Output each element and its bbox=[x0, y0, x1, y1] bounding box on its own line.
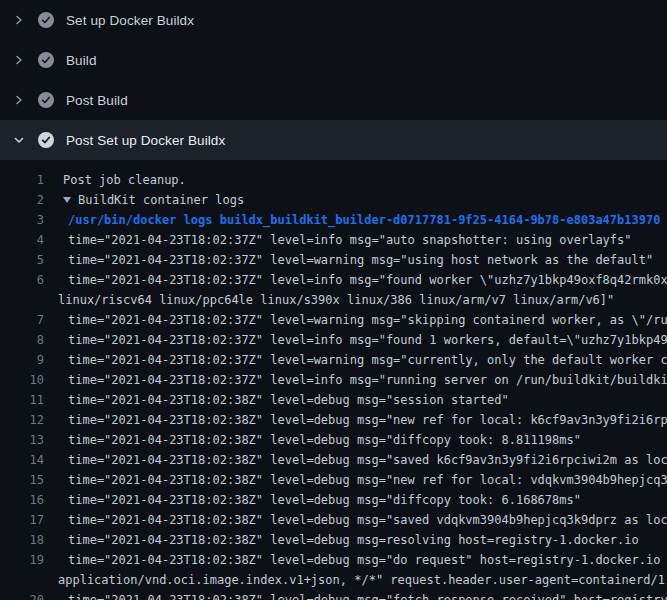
log-line-number[interactable]: 9 bbox=[0, 350, 44, 370]
log-line[interactable]: 12 time="2021-04-23T18:02:38Z" level=deb… bbox=[0, 410, 667, 430]
check-circle-icon bbox=[38, 12, 54, 28]
chevron-right-icon bbox=[11, 92, 27, 108]
chevron-down-icon bbox=[11, 132, 27, 148]
log-line-text: time="2021-04-23T18:02:38Z" level=debug … bbox=[68, 410, 667, 430]
log-line-number[interactable]: 10 bbox=[0, 370, 44, 390]
log-line-number[interactable]: 3 bbox=[0, 210, 44, 230]
log-line-number[interactable]: 13 bbox=[0, 430, 44, 450]
log-line-text: time="2021-04-23T18:02:37Z" level=info m… bbox=[68, 230, 632, 250]
log-line[interactable]: 11 time="2021-04-23T18:02:38Z" level=deb… bbox=[0, 390, 667, 410]
log-line-text: time="2021-04-23T18:02:37Z" level=info m… bbox=[68, 270, 667, 290]
log-line[interactable]: 1 Post job cleanup. bbox=[0, 170, 667, 190]
log-line[interactable]: linux/riscv64 linux/ppc64le linux/s390x … bbox=[0, 290, 667, 310]
log-line-text: linux/riscv64 linux/ppc64le linux/s390x … bbox=[58, 290, 614, 310]
log-line[interactable]: 4 time="2021-04-23T18:02:37Z" level=info… bbox=[0, 230, 667, 250]
log-line[interactable]: 16 time="2021-04-23T18:02:38Z" level=deb… bbox=[0, 490, 667, 510]
log-line-text: time="2021-04-23T18:02:37Z" level=info m… bbox=[68, 330, 667, 350]
log-line-text: time="2021-04-23T18:02:38Z" level=debug … bbox=[68, 590, 667, 600]
log-line[interactable]: 20 time="2021-04-23T18:02:38Z" level=deb… bbox=[0, 590, 667, 600]
step-title: Set up Docker Buildx bbox=[66, 13, 194, 28]
log-line-text: time="2021-04-23T18:02:37Z" level=warnin… bbox=[68, 310, 667, 330]
log-line-text: time="2021-04-23T18:02:37Z" level=warnin… bbox=[68, 250, 653, 270]
chevron-right-icon bbox=[11, 52, 27, 68]
chevron-right-icon bbox=[11, 12, 27, 28]
log-line-text: time="2021-04-23T18:02:37Z" level=info m… bbox=[68, 370, 667, 390]
step-header[interactable]: Post Build bbox=[0, 80, 667, 120]
log-line-text: application/vnd.oci.image.index.v1+json,… bbox=[58, 570, 667, 590]
log-line-number[interactable]: 12 bbox=[0, 410, 44, 430]
log-line-number[interactable]: 17 bbox=[0, 510, 44, 530]
step-list: Set up Docker Buildx Build Post Build bbox=[0, 0, 667, 120]
log-line-number[interactable] bbox=[0, 290, 44, 310]
check-circle-icon bbox=[38, 132, 54, 148]
log-line[interactable]: 8 time="2021-04-23T18:02:37Z" level=info… bbox=[0, 330, 667, 350]
log-line-text: time="2021-04-23T18:02:38Z" level=debug … bbox=[68, 490, 581, 510]
log-viewer: 1 Post job cleanup. 2 BuildKit container… bbox=[0, 160, 667, 600]
log-line-text: BuildKit container logs bbox=[63, 190, 244, 210]
log-line-text: Post job cleanup. bbox=[63, 170, 186, 190]
log-line-number[interactable]: 4 bbox=[0, 230, 44, 250]
log-line-text: time="2021-04-23T18:02:38Z" level=debug … bbox=[68, 530, 639, 550]
step-header[interactable]: Set up Docker Buildx bbox=[0, 0, 667, 40]
log-line-text: time="2021-04-23T18:02:38Z" level=debug … bbox=[68, 450, 667, 470]
log-line-number[interactable]: 19 bbox=[0, 550, 44, 570]
log-line-text: time="2021-04-23T18:02:38Z" level=debug … bbox=[68, 470, 667, 490]
log-line-number[interactable]: 15 bbox=[0, 470, 44, 490]
log-line-number[interactable]: 1 bbox=[0, 170, 44, 190]
log-line-text: time="2021-04-23T18:02:38Z" level=debug … bbox=[68, 390, 509, 410]
log-line[interactable]: 15 time="2021-04-23T18:02:38Z" level=deb… bbox=[0, 470, 667, 490]
log-line-number[interactable]: 5 bbox=[0, 250, 44, 270]
log-line-number[interactable]: 20 bbox=[0, 590, 44, 600]
log-line-number[interactable]: 16 bbox=[0, 490, 44, 510]
step-title: Build bbox=[66, 53, 97, 68]
log-line[interactable]: 6 time="2021-04-23T18:02:37Z" level=info… bbox=[0, 270, 667, 290]
log-line[interactable]: 19 time="2021-04-23T18:02:38Z" level=deb… bbox=[0, 550, 667, 570]
log-line-text: /usr/bin/docker logs buildx_buildkit_bui… bbox=[68, 210, 660, 230]
step-header[interactable]: Build bbox=[0, 40, 667, 80]
log-line[interactable]: 9 time="2021-04-23T18:02:37Z" level=warn… bbox=[0, 350, 667, 370]
log-line-number[interactable]: 7 bbox=[0, 310, 44, 330]
log-line-number[interactable]: 18 bbox=[0, 530, 44, 550]
step-title: Post Build bbox=[66, 93, 128, 108]
log-line[interactable]: 18 time="2021-04-23T18:02:38Z" level=deb… bbox=[0, 530, 667, 550]
log-line-number[interactable]: 8 bbox=[0, 330, 44, 350]
log-line-number[interactable]: 6 bbox=[0, 270, 44, 290]
log-line[interactable]: 13 time="2021-04-23T18:02:38Z" level=deb… bbox=[0, 430, 667, 450]
log-line[interactable]: 5 time="2021-04-23T18:02:37Z" level=warn… bbox=[0, 250, 667, 270]
log-line-number[interactable] bbox=[0, 570, 44, 590]
check-circle-icon bbox=[38, 52, 54, 68]
log-line-text: time="2021-04-23T18:02:38Z" level=debug … bbox=[68, 550, 667, 570]
log-line[interactable]: 14 time="2021-04-23T18:02:38Z" level=deb… bbox=[0, 450, 667, 470]
log-line[interactable]: 3 /usr/bin/docker logs buildx_buildkit_b… bbox=[0, 210, 667, 230]
log-line-number[interactable]: 2 bbox=[0, 190, 44, 210]
log-line-text: time="2021-04-23T18:02:38Z" level=debug … bbox=[68, 430, 581, 450]
log-line-number[interactable]: 14 bbox=[0, 450, 44, 470]
step-header-expanded[interactable]: Post Set up Docker Buildx bbox=[0, 120, 667, 160]
log-line-text: time="2021-04-23T18:02:38Z" level=debug … bbox=[68, 510, 667, 530]
log-line[interactable]: 10 time="2021-04-23T18:02:37Z" level=inf… bbox=[0, 370, 667, 390]
log-line[interactable]: 7 time="2021-04-23T18:02:37Z" level=warn… bbox=[0, 310, 667, 330]
step-title: Post Set up Docker Buildx bbox=[66, 133, 225, 148]
log-line[interactable]: 2 BuildKit container logs bbox=[0, 190, 667, 210]
log-line-number[interactable]: 11 bbox=[0, 390, 44, 410]
log-line-text: time="2021-04-23T18:02:37Z" level=warnin… bbox=[68, 350, 667, 370]
log-line[interactable]: 17 time="2021-04-23T18:02:38Z" level=deb… bbox=[0, 510, 667, 530]
log-line[interactable]: application/vnd.oci.image.index.v1+json,… bbox=[0, 570, 667, 590]
check-circle-icon bbox=[38, 92, 54, 108]
collapse-triangle-icon[interactable] bbox=[63, 197, 71, 203]
